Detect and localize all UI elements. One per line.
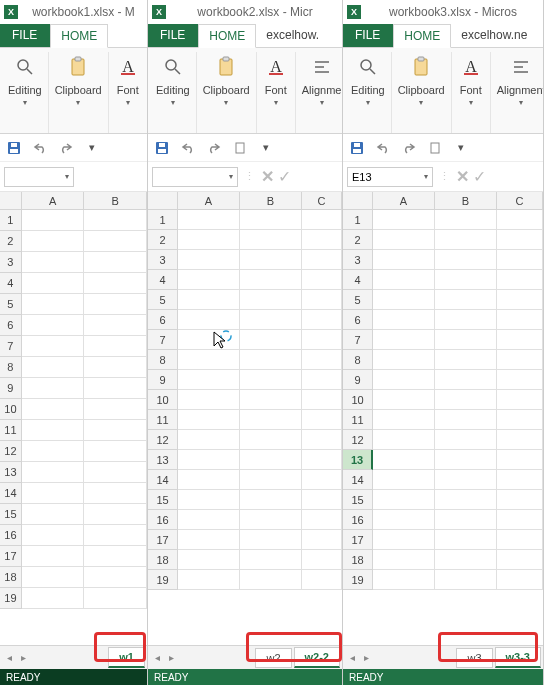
row-header[interactable]: 7 (148, 330, 178, 350)
cell[interactable] (302, 290, 342, 310)
cell[interactable] (302, 230, 342, 250)
sheet-nav-prev[interactable]: ◂ (345, 652, 359, 663)
row-header[interactable]: 2 (0, 231, 22, 252)
cell[interactable] (240, 450, 302, 470)
group-editing[interactable]: Editing ▾ (2, 52, 49, 133)
cell[interactable] (240, 530, 302, 550)
cell[interactable] (240, 330, 302, 350)
cell[interactable] (22, 294, 85, 315)
cell[interactable] (302, 510, 342, 530)
row-header[interactable]: 14 (148, 470, 178, 490)
cell[interactable] (22, 588, 85, 609)
cell[interactable] (240, 310, 302, 330)
row-header[interactable]: 14 (0, 483, 22, 504)
cell[interactable] (373, 310, 435, 330)
cell[interactable] (435, 490, 497, 510)
cell[interactable] (373, 250, 435, 270)
cell[interactable] (435, 410, 497, 430)
new-file-icon[interactable] (232, 140, 248, 156)
tab-file[interactable]: FILE (148, 24, 198, 47)
cell[interactable] (373, 450, 435, 470)
row-header[interactable]: 10 (148, 390, 178, 410)
cell[interactable] (435, 450, 497, 470)
col-header[interactable]: B (84, 192, 147, 210)
row-header[interactable]: 1 (148, 210, 178, 230)
col-header[interactable]: C (497, 192, 543, 210)
row-header[interactable]: 12 (148, 430, 178, 450)
row-header[interactable]: 11 (148, 410, 178, 430)
tab-file[interactable]: FILE (0, 24, 50, 47)
col-header[interactable]: A (22, 192, 85, 210)
undo-icon[interactable] (180, 140, 196, 156)
cell[interactable] (497, 210, 543, 230)
cancel-icon[interactable]: ✕ (456, 167, 469, 186)
cell[interactable] (240, 490, 302, 510)
tab-addin[interactable]: excelhow. (256, 24, 330, 47)
row-header[interactable]: 9 (148, 370, 178, 390)
group-font[interactable]: A Font▾ (257, 52, 296, 133)
row-header[interactable]: 8 (343, 350, 373, 370)
row-header[interactable]: 4 (148, 270, 178, 290)
row-header[interactable]: 14 (343, 470, 373, 490)
cell[interactable] (497, 290, 543, 310)
cell[interactable] (373, 390, 435, 410)
cell[interactable] (178, 350, 240, 370)
row-header[interactable]: 13 (0, 462, 22, 483)
worksheet-grid[interactable]: A B 12345678910111213141516171819 (0, 192, 147, 645)
cell[interactable] (435, 530, 497, 550)
select-all-corner[interactable] (0, 192, 22, 210)
cell[interactable] (240, 350, 302, 370)
cell[interactable] (435, 290, 497, 310)
cell[interactable] (373, 230, 435, 250)
cell[interactable] (435, 470, 497, 490)
row-header[interactable]: 2 (148, 230, 178, 250)
redo-icon[interactable] (58, 140, 74, 156)
select-all-corner[interactable] (148, 192, 178, 210)
cell[interactable] (435, 390, 497, 410)
undo-icon[interactable] (32, 140, 48, 156)
cell[interactable] (497, 490, 543, 510)
row-header[interactable]: 11 (0, 420, 22, 441)
customize-qat-icon[interactable]: ▾ (84, 140, 100, 156)
cell[interactable] (22, 378, 85, 399)
group-alignment[interactable]: Alignme▾ (296, 52, 343, 133)
row-header[interactable]: 13 (148, 450, 178, 470)
cell[interactable] (373, 550, 435, 570)
row-header[interactable]: 3 (343, 250, 373, 270)
row-header[interactable]: 5 (343, 290, 373, 310)
cell[interactable] (84, 504, 147, 525)
cell[interactable] (497, 430, 543, 450)
row-header[interactable]: 15 (343, 490, 373, 510)
confirm-icon[interactable]: ✓ (278, 167, 291, 186)
cell[interactable] (178, 410, 240, 430)
col-header[interactable]: B (435, 192, 497, 210)
cell[interactable] (84, 273, 147, 294)
cell[interactable] (84, 357, 147, 378)
cell[interactable] (22, 231, 85, 252)
redo-icon[interactable] (206, 140, 222, 156)
row-header[interactable]: 6 (148, 310, 178, 330)
cell[interactable] (373, 470, 435, 490)
cell[interactable] (178, 530, 240, 550)
cell[interactable] (302, 410, 342, 430)
cell[interactable] (22, 504, 85, 525)
cell[interactable] (84, 252, 147, 273)
tab-file[interactable]: FILE (343, 24, 393, 47)
cell[interactable] (22, 252, 85, 273)
cell[interactable] (22, 357, 85, 378)
row-header[interactable]: 12 (343, 430, 373, 450)
row-header[interactable]: 16 (148, 510, 178, 530)
cell[interactable] (497, 350, 543, 370)
cell[interactable] (497, 230, 543, 250)
cell[interactable] (302, 490, 342, 510)
cell[interactable] (240, 410, 302, 430)
cell[interactable] (497, 530, 543, 550)
cell[interactable] (178, 310, 240, 330)
row-header[interactable]: 16 (343, 510, 373, 530)
cell[interactable] (302, 390, 342, 410)
cell[interactable] (178, 450, 240, 470)
cell[interactable] (302, 350, 342, 370)
cell[interactable] (373, 530, 435, 550)
row-header[interactable]: 18 (0, 567, 22, 588)
cell[interactable] (84, 420, 147, 441)
